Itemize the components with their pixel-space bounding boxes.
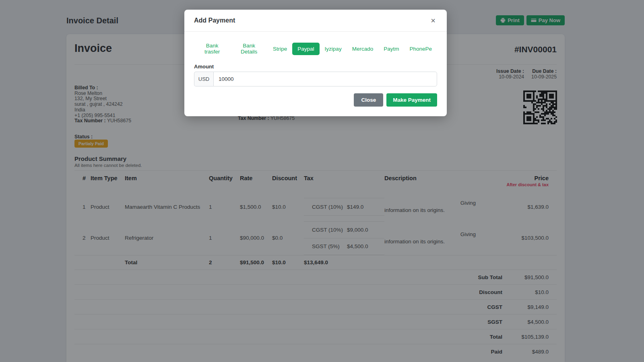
tab-paytm[interactable]: Paytm <box>378 43 404 55</box>
amount-input[interactable] <box>213 72 437 86</box>
tab-phonepe[interactable]: PhonePe <box>404 43 437 55</box>
tab-stripe[interactable]: Stripe <box>268 43 292 55</box>
amount-label: Amount <box>194 64 437 70</box>
modal-body: Bank trasfer Bank Details Stripe Paypal … <box>184 32 447 116</box>
tab-mercado[interactable]: Mercado <box>347 43 379 55</box>
tab-paypal[interactable]: Paypal <box>292 43 319 55</box>
close-icon[interactable]: × <box>429 16 437 25</box>
close-button[interactable]: Close <box>354 93 383 107</box>
make-payment-button[interactable]: Make Payment <box>386 93 437 107</box>
tab-bank-details[interactable]: Bank Details <box>230 39 268 58</box>
currency-prefix: USD <box>194 72 213 86</box>
amount-input-group: USD <box>194 72 437 86</box>
modal-title: Add Payment <box>194 17 235 24</box>
payment-method-tabs: Bank trasfer Bank Details Stripe Paypal … <box>194 39 437 58</box>
modal-footer: Close Make Payment <box>194 93 437 107</box>
modal-header: Add Payment × <box>184 10 447 32</box>
tab-bank-transfer[interactable]: Bank trasfer <box>194 39 230 58</box>
add-payment-modal: Add Payment × Bank trasfer Bank Details … <box>184 10 447 116</box>
tab-iyzipay[interactable]: Iyzipay <box>320 43 347 55</box>
